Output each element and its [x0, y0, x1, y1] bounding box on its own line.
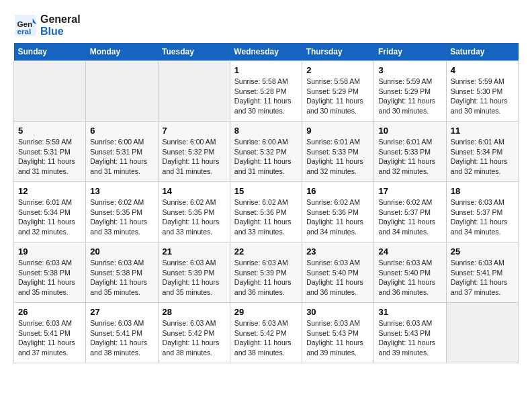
day-info: Sunrise: 6:01 AMSunset: 5:34 PMDaylight:… — [451, 137, 514, 177]
daylight-text: Daylight: 11 hours and 31 minutes. — [90, 157, 147, 175]
calendar-cell: 28Sunrise: 6:03 AMSunset: 5:42 PMDayligh… — [158, 303, 230, 363]
daylight-text: Daylight: 11 hours and 35 minutes. — [18, 278, 75, 296]
calendar-cell: 1Sunrise: 5:58 AMSunset: 5:28 PMDaylight… — [230, 61, 302, 122]
day-info: Sunrise: 6:01 AMSunset: 5:34 PMDaylight:… — [18, 197, 81, 237]
header: Gen eral General Blue — [13, 13, 519, 38]
day-number: 26 — [18, 307, 81, 317]
calendar-body: 1Sunrise: 5:58 AMSunset: 5:28 PMDaylight… — [14, 61, 519, 363]
day-info: Sunrise: 6:02 AMSunset: 5:37 PMDaylight:… — [378, 197, 441, 237]
sunset-text: Sunset: 5:32 PM — [163, 148, 215, 156]
daylight-text: Daylight: 11 hours and 34 minutes. — [378, 218, 435, 236]
day-number: 30 — [306, 307, 369, 317]
calendar-cell: 10Sunrise: 6:01 AMSunset: 5:33 PMDayligh… — [374, 122, 446, 182]
sunrise-text: Sunrise: 6:03 AM — [18, 319, 72, 327]
sunrise-text: Sunrise: 6:03 AM — [306, 259, 360, 267]
day-number: 11 — [451, 126, 514, 136]
sunrise-text: Sunrise: 6:03 AM — [90, 319, 144, 327]
calendar-cell: 14Sunrise: 6:02 AMSunset: 5:35 PMDayligh… — [158, 182, 230, 242]
logo: Gen eral General Blue — [13, 13, 81, 38]
sunset-text: Sunset: 5:34 PM — [451, 148, 503, 156]
day-number: 7 — [163, 126, 226, 136]
svg-text:eral: eral — [17, 27, 31, 36]
day-number: 24 — [378, 246, 441, 257]
daylight-text: Daylight: 11 hours and 38 minutes. — [90, 338, 147, 357]
calendar-cell: 22Sunrise: 6:03 AMSunset: 5:39 PMDayligh… — [230, 242, 302, 303]
daylight-text: Daylight: 11 hours and 32 minutes. — [378, 157, 435, 175]
sunset-text: Sunset: 5:39 PM — [163, 269, 215, 277]
daylight-text: Daylight: 11 hours and 39 minutes. — [378, 338, 435, 357]
calendar-cell: 15Sunrise: 6:02 AMSunset: 5:36 PMDayligh… — [230, 182, 302, 242]
calendar-cell: 13Sunrise: 6:02 AMSunset: 5:35 PMDayligh… — [86, 182, 158, 242]
day-info: Sunrise: 5:59 AMSunset: 5:31 PMDaylight:… — [18, 137, 81, 177]
calendar-cell — [446, 303, 518, 363]
calendar-cell: 16Sunrise: 6:02 AMSunset: 5:36 PMDayligh… — [302, 182, 374, 242]
day-info: Sunrise: 5:59 AMSunset: 5:29 PMDaylight:… — [378, 77, 441, 116]
daylight-text: Daylight: 11 hours and 34 minutes. — [306, 218, 363, 236]
day-info: Sunrise: 6:02 AMSunset: 5:35 PMDaylight:… — [90, 197, 153, 237]
day-number: 5 — [18, 126, 81, 136]
day-info: Sunrise: 6:03 AMSunset: 5:40 PMDaylight:… — [378, 258, 441, 298]
sunset-text: Sunset: 5:40 PM — [378, 269, 431, 277]
calendar-cell: 29Sunrise: 6:03 AMSunset: 5:42 PMDayligh… — [230, 303, 302, 363]
sunset-text: Sunset: 5:37 PM — [378, 208, 431, 216]
day-number: 21 — [163, 246, 226, 257]
calendar-header: SundayMondayTuesdayWednesdayThursdayFrid… — [14, 43, 519, 61]
day-number: 3 — [378, 65, 441, 75]
day-info: Sunrise: 6:03 AMSunset: 5:41 PMDaylight:… — [451, 258, 514, 298]
sunrise-text: Sunrise: 6:03 AM — [306, 319, 360, 327]
sunset-text: Sunset: 5:34 PM — [18, 208, 71, 216]
day-number: 28 — [163, 307, 226, 317]
calendar-cell: 9Sunrise: 6:01 AMSunset: 5:33 PMDaylight… — [302, 122, 374, 182]
sunrise-text: Sunrise: 6:02 AM — [234, 198, 288, 206]
day-number: 9 — [306, 126, 369, 136]
daylight-text: Daylight: 11 hours and 37 minutes. — [451, 278, 508, 296]
sunrise-text: Sunrise: 6:03 AM — [378, 259, 432, 267]
sunrise-text: Sunrise: 6:03 AM — [378, 319, 432, 327]
daylight-text: Daylight: 11 hours and 32 minutes. — [306, 157, 363, 175]
day-number: 10 — [378, 126, 441, 136]
daylight-text: Daylight: 11 hours and 31 minutes. — [163, 157, 220, 175]
sunset-text: Sunset: 5:39 PM — [234, 269, 287, 277]
calendar-cell: 20Sunrise: 6:03 AMSunset: 5:38 PMDayligh… — [86, 242, 158, 303]
sunset-text: Sunset: 5:29 PM — [378, 87, 431, 95]
daylight-text: Daylight: 11 hours and 32 minutes. — [451, 157, 508, 175]
calendar-cell: 5Sunrise: 5:59 AMSunset: 5:31 PMDaylight… — [14, 122, 86, 182]
daylight-text: Daylight: 11 hours and 36 minutes. — [378, 278, 435, 296]
day-number: 27 — [90, 307, 153, 317]
calendar-cell — [158, 61, 230, 122]
daylight-text: Daylight: 11 hours and 32 minutes. — [18, 218, 75, 236]
sunset-text: Sunset: 5:35 PM — [163, 208, 215, 216]
calendar-cell: 6Sunrise: 6:00 AMSunset: 5:31 PMDaylight… — [86, 122, 158, 182]
calendar-cell: 30Sunrise: 6:03 AMSunset: 5:43 PMDayligh… — [302, 303, 374, 363]
sunrise-text: Sunrise: 5:58 AM — [234, 77, 288, 85]
sunset-text: Sunset: 5:32 PM — [234, 148, 287, 156]
daylight-text: Daylight: 11 hours and 37 minutes. — [18, 338, 75, 357]
daylight-text: Daylight: 11 hours and 38 minutes. — [234, 338, 292, 357]
calendar-week-2: 5Sunrise: 5:59 AMSunset: 5:31 PMDaylight… — [14, 122, 519, 182]
day-number: 8 — [234, 126, 298, 136]
sunset-text: Sunset: 5:41 PM — [90, 329, 142, 337]
day-info: Sunrise: 6:03 AMSunset: 5:41 PMDaylight:… — [90, 318, 153, 358]
day-info: Sunrise: 6:03 AMSunset: 5:37 PMDaylight:… — [451, 197, 514, 237]
sunset-text: Sunset: 5:41 PM — [18, 329, 71, 337]
day-number: 22 — [234, 246, 298, 257]
day-number: 14 — [163, 186, 226, 196]
day-number: 13 — [90, 186, 153, 196]
sunset-text: Sunset: 5:28 PM — [234, 87, 287, 95]
sunrise-text: Sunrise: 6:03 AM — [18, 259, 72, 267]
daylight-text: Daylight: 11 hours and 36 minutes. — [234, 278, 292, 296]
sunset-text: Sunset: 5:33 PM — [306, 148, 359, 156]
sunrise-text: Sunrise: 6:01 AM — [451, 138, 504, 146]
day-number: 18 — [451, 186, 514, 196]
calendar-week-3: 12Sunrise: 6:01 AMSunset: 5:34 PMDayligh… — [14, 182, 519, 242]
calendar-cell: 21Sunrise: 6:03 AMSunset: 5:39 PMDayligh… — [158, 242, 230, 303]
daylight-text: Daylight: 11 hours and 30 minutes. — [451, 97, 508, 115]
logo-text-block: General Blue — [40, 13, 81, 37]
day-info: Sunrise: 6:03 AMSunset: 5:42 PMDaylight:… — [163, 318, 226, 358]
weekday-header-tuesday: Tuesday — [158, 43, 230, 61]
calendar-cell: 2Sunrise: 5:58 AMSunset: 5:29 PMDaylight… — [302, 61, 374, 122]
daylight-text: Daylight: 11 hours and 33 minutes. — [163, 218, 220, 236]
sunrise-text: Sunrise: 5:58 AM — [306, 77, 360, 85]
sunrise-text: Sunrise: 5:59 AM — [451, 77, 504, 85]
weekday-header-saturday: Saturday — [446, 43, 518, 61]
